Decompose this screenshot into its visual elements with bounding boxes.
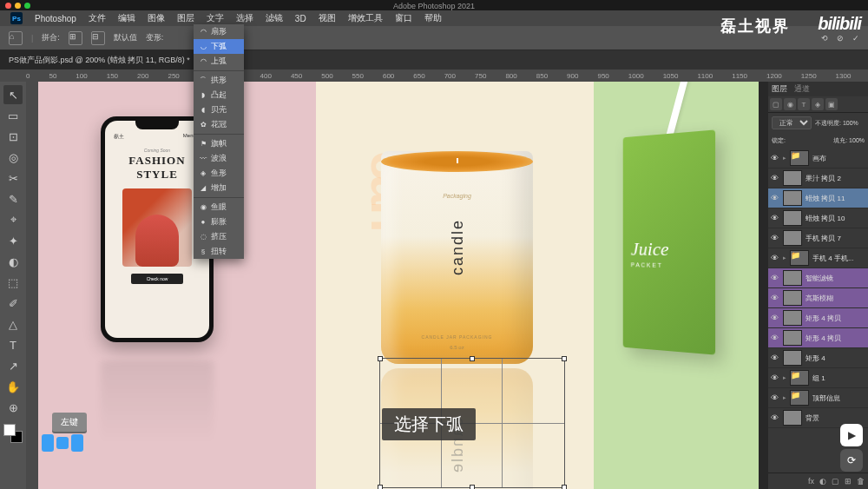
tool-4[interactable]: ✂ xyxy=(3,169,23,188)
tool-0[interactable]: ↖ xyxy=(3,85,23,104)
warp-option[interactable]: ✿花冠 xyxy=(194,117,244,132)
layer-row[interactable]: 👁智能滤镜 xyxy=(768,268,868,288)
home-icon[interactable]: ⌂ xyxy=(9,31,23,45)
warp-option[interactable]: ◢增加 xyxy=(194,181,244,195)
visibility-icon[interactable]: 👁 xyxy=(771,314,779,322)
menu-file[interactable]: 文件 xyxy=(89,12,106,24)
menu-3d[interactable]: 3D xyxy=(295,14,306,23)
opt-grid-label[interactable]: 默认值 xyxy=(114,32,137,43)
tool-13[interactable]: ↗ xyxy=(3,356,23,375)
visibility-icon[interactable]: 👁 xyxy=(771,254,779,262)
menu-select[interactable]: 选择 xyxy=(236,12,253,24)
visibility-icon[interactable]: 👁 xyxy=(771,334,779,342)
visibility-icon[interactable]: 👁 xyxy=(771,214,779,222)
fx-icon[interactable]: fx xyxy=(808,477,814,486)
layer-row[interactable]: 👁高斯模糊 xyxy=(768,288,868,308)
layer-row[interactable]: 👁手机 拷贝 7 xyxy=(768,228,868,248)
transform-handle[interactable] xyxy=(470,356,475,361)
expand-icon[interactable]: ▸ xyxy=(783,374,786,381)
transform-handle[interactable] xyxy=(562,485,567,489)
min-dot[interactable] xyxy=(15,3,21,9)
menu-plugins[interactable]: 增效工具 xyxy=(348,12,383,24)
visibility-icon[interactable]: 👁 xyxy=(771,174,779,182)
cancel-icon[interactable]: ⊘ xyxy=(837,34,844,43)
filter-icon[interactable]: T xyxy=(798,98,810,110)
visibility-icon[interactable]: 👁 xyxy=(771,234,779,242)
menu-help[interactable]: 帮助 xyxy=(424,12,442,24)
expand-icon[interactable]: ▸ xyxy=(783,254,786,261)
play-icon[interactable]: ▶ xyxy=(840,424,863,446)
trash-icon[interactable]: 🗑 xyxy=(857,477,865,486)
warp-option[interactable]: ◠上弧 xyxy=(194,54,244,69)
layer-row[interactable]: 👁矩形 4 xyxy=(768,348,868,368)
tool-1[interactable]: ▭ xyxy=(3,106,23,125)
warp-option[interactable]: 〰波浪 xyxy=(194,151,244,166)
warp-option[interactable]: ◉鱼眼 xyxy=(194,200,244,215)
filter-icon[interactable]: ▣ xyxy=(825,98,838,110)
menu-window[interactable]: 窗口 xyxy=(395,12,412,24)
expand-icon[interactable]: ▸ xyxy=(783,394,786,401)
visibility-icon[interactable]: 👁 xyxy=(771,294,779,302)
loop-icon[interactable]: ⟳ xyxy=(840,449,863,472)
transform-handle[interactable] xyxy=(378,485,383,489)
fg-bg-swatches[interactable] xyxy=(3,424,23,443)
tool-10[interactable]: ✐ xyxy=(3,294,23,313)
layer-row[interactable]: 👁▸📁画布 xyxy=(768,149,868,169)
mask-icon[interactable]: ◐ xyxy=(819,477,826,486)
layer-row[interactable]: 👁矩形 4 拷贝 xyxy=(768,308,868,328)
warp-option[interactable]: ◡下弧 xyxy=(194,39,244,54)
warp-option[interactable]: ◌挤压 xyxy=(194,229,244,244)
warp-option[interactable]: §扭转 xyxy=(194,244,244,259)
max-dot[interactable] xyxy=(24,3,30,9)
transform-handle[interactable] xyxy=(378,356,383,361)
tool-5[interactable]: ✎ xyxy=(3,189,23,208)
tool-9[interactable]: ⬚ xyxy=(3,273,23,292)
tool-12[interactable]: T xyxy=(3,335,23,354)
visibility-icon[interactable]: 👁 xyxy=(771,413,779,422)
layer-row[interactable]: 👁▸📁手机 4 手机... xyxy=(768,248,868,268)
commit-icon[interactable]: ✓ xyxy=(852,34,859,43)
warp-option[interactable]: ●膨胀 xyxy=(194,215,244,229)
tab-layers[interactable]: 图层 xyxy=(772,83,787,95)
tool-8[interactable]: ◐ xyxy=(3,252,23,271)
warp-option[interactable]: ◗凸起 xyxy=(194,88,244,102)
layer-row[interactable]: 👁▸📁组 1 xyxy=(768,368,868,388)
tab-channels[interactable]: 通道 xyxy=(794,83,810,95)
layer-row[interactable]: 👁蜡烛 拷贝 11 xyxy=(768,188,868,208)
tool-15[interactable]: ⊕ xyxy=(3,398,23,417)
menu-view[interactable]: 视图 xyxy=(319,12,336,24)
grid-icon[interactable]: ⊞ xyxy=(69,31,82,45)
tool-11[interactable]: △ xyxy=(3,314,23,334)
reset-icon[interactable]: ⟲ xyxy=(821,34,828,43)
document-tab[interactable]: PS做产品倒影.psd @ 200% (蜡烛 拷贝 11, RGB/8) * xyxy=(0,50,199,69)
tool-6[interactable]: ⌖ xyxy=(3,210,23,229)
fill-label[interactable]: 填充: 100% xyxy=(833,136,865,145)
visibility-icon[interactable]: 👁 xyxy=(771,354,779,362)
layer-row[interactable]: 👁果汁 拷贝 2 xyxy=(768,169,868,188)
expand-icon[interactable]: ▸ xyxy=(783,155,786,162)
warp-option[interactable]: ◠扇形 xyxy=(194,24,244,39)
menu-photoshop[interactable]: Photoshop xyxy=(35,14,76,23)
menu-filter[interactable]: 滤镜 xyxy=(266,12,283,24)
filter-icon[interactable]: ◉ xyxy=(784,98,796,110)
visibility-icon[interactable]: 👁 xyxy=(771,154,779,162)
warp-option[interactable]: ⚑旗帜 xyxy=(194,136,244,151)
blend-mode-select[interactable]: 正常 xyxy=(772,116,812,129)
menu-image[interactable]: 图像 xyxy=(148,12,165,24)
tool-2[interactable]: ⊡ xyxy=(3,127,23,146)
close-dot[interactable] xyxy=(5,3,11,9)
layer-row[interactable]: 👁蜡烛 拷贝 10 xyxy=(768,208,868,228)
transform-handle[interactable] xyxy=(470,485,475,489)
visibility-icon[interactable]: 👁 xyxy=(771,373,779,382)
new-layer-icon[interactable]: ⊞ xyxy=(845,477,852,486)
visibility-icon[interactable]: 👁 xyxy=(771,393,779,402)
menu-layer[interactable]: 图层 xyxy=(177,12,194,24)
warp-option[interactable]: ◖贝壳 xyxy=(194,102,244,117)
opacity-label[interactable]: 不透明度: 100% xyxy=(815,119,858,128)
grid2-icon[interactable]: ⊟ xyxy=(91,31,105,45)
menu-edit[interactable]: 编辑 xyxy=(118,12,135,24)
tool-3[interactable]: ◎ xyxy=(3,148,23,167)
transform-handle[interactable] xyxy=(562,356,567,361)
visibility-icon[interactable]: 👁 xyxy=(771,274,779,282)
folder-icon[interactable]: ▢ xyxy=(832,477,839,486)
